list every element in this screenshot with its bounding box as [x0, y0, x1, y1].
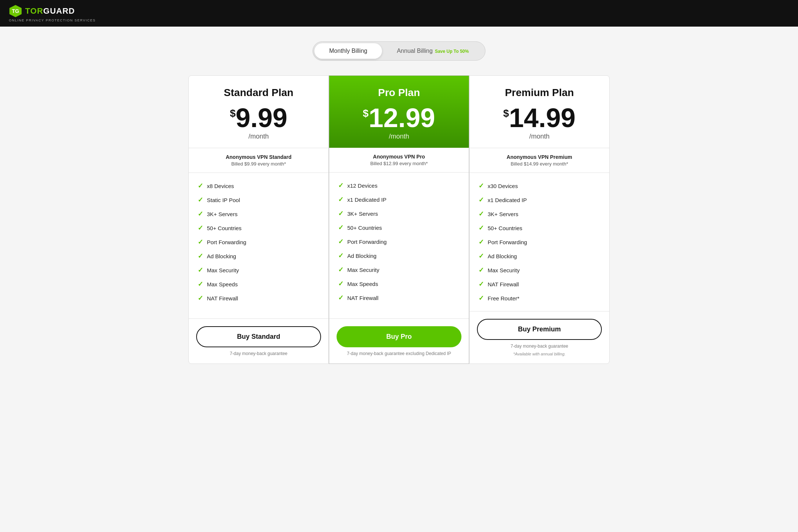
premium-plan-header: Premium Plan $ 14.99 /month: [470, 76, 609, 148]
check-icon: ✓: [338, 224, 344, 232]
standard-price: 9.99: [236, 105, 287, 131]
feature-text: NAT Firewall: [207, 295, 238, 301]
pro-guarantee: 7-day money-back guarantee excluding Ded…: [337, 351, 461, 356]
list-item: ✓NAT Firewall: [478, 277, 600, 291]
feature-text: NAT Firewall: [488, 281, 519, 287]
logo-tor: TOR: [25, 6, 43, 16]
check-icon: ✓: [338, 238, 344, 246]
list-item: ✓x12 Devices: [338, 178, 460, 192]
buy-premium-button[interactable]: Buy Premium: [477, 319, 602, 340]
check-icon: ✓: [338, 252, 344, 260]
list-item: ✓Free Router*: [478, 291, 600, 305]
list-item: ✓50+ Countries: [338, 221, 460, 235]
check-icon: ✓: [198, 280, 203, 288]
premium-price: 14.99: [509, 105, 576, 131]
feature-text: x1 Dedicated IP: [488, 197, 527, 203]
list-item: ✓x1 Dedicated IP: [338, 192, 460, 207]
feature-text: Max Speeds: [347, 281, 378, 287]
toggle-wrapper: Monthly Billing Annual BillingSave Up To…: [313, 41, 485, 61]
feature-text: x30 Devices: [488, 183, 518, 189]
standard-price-container: $ 9.99: [196, 105, 321, 131]
premium-annual-note: *Available with annual billing.: [477, 352, 602, 356]
annual-billing-label: Annual Billing: [397, 48, 433, 54]
feature-text: x12 Devices: [347, 183, 378, 189]
premium-guarantee: 7-day money-back guarantee: [477, 344, 602, 349]
list-item: ✓3K+ Servers: [478, 207, 600, 221]
feature-text: Max Security: [347, 267, 379, 273]
standard-guarantee: 7-day money-back guarantee: [196, 351, 321, 356]
check-icon: ✓: [198, 266, 203, 274]
standard-features-list: ✓x8 Devices ✓Static IP Pool ✓3K+ Servers…: [189, 173, 328, 318]
feature-text: Port Forwarding: [207, 239, 246, 245]
pro-features-list: ✓x12 Devices ✓x1 Dedicated IP ✓3K+ Serve…: [329, 173, 469, 318]
save-badge: Save Up To 50%: [435, 49, 469, 54]
list-item: ✓Static IP Pool: [198, 193, 320, 207]
feature-text: Max Speeds: [207, 281, 238, 287]
feature-text: NAT Firewall: [347, 295, 378, 301]
check-icon: ✓: [478, 210, 484, 218]
feature-text: x8 Devices: [207, 183, 234, 189]
list-item: ✓Max Security: [198, 263, 320, 277]
check-icon: ✓: [338, 266, 344, 274]
pro-currency: $: [363, 108, 369, 119]
list-item: ✓Max Security: [478, 263, 600, 277]
premium-currency: $: [503, 108, 509, 119]
feature-text: Ad Blocking: [347, 253, 376, 259]
feature-text: Ad Blocking: [207, 253, 236, 259]
check-icon: ✓: [198, 182, 203, 190]
check-icon: ✓: [338, 294, 344, 302]
check-icon: ✓: [198, 224, 203, 232]
standard-info-name: Anonymous VPN Standard: [196, 154, 321, 160]
feature-text: 50+ Countries: [207, 225, 242, 231]
feature-text: Port Forwarding: [488, 239, 527, 245]
feature-text: 3K+ Servers: [207, 211, 238, 217]
feature-text: 3K+ Servers: [347, 211, 378, 217]
premium-features-list: ✓x30 Devices ✓x1 Dedicated IP ✓3K+ Serve…: [470, 173, 609, 311]
list-item: ✓Max Security: [338, 263, 460, 277]
svg-text:TG: TG: [12, 8, 19, 14]
check-icon: ✓: [478, 182, 484, 190]
list-item: ✓50+ Countries: [478, 221, 600, 235]
check-icon: ✓: [338, 181, 344, 190]
list-item: ✓Ad Blocking: [338, 249, 460, 263]
logo: TG TORGUARD ONLINE PRIVACY PROTECTION SE…: [9, 4, 96, 22]
list-item: ✓x8 Devices: [198, 179, 320, 193]
header: TG TORGUARD ONLINE PRIVACY PROTECTION SE…: [0, 0, 798, 27]
list-item: ✓NAT Firewall: [338, 291, 460, 305]
pro-plan-header: Pro Plan $ 12.99 /month: [329, 76, 469, 148]
plans-container: Standard Plan $ 9.99 /month Anonymous VP…: [185, 75, 613, 364]
premium-plan-card: Premium Plan $ 14.99 /month Anonymous VP…: [469, 75, 610, 364]
annual-billing-button[interactable]: Annual BillingSave Up To 50%: [382, 43, 484, 59]
standard-plan-card: Standard Plan $ 9.99 /month Anonymous VP…: [188, 75, 329, 364]
pro-plan-card: Pro Plan $ 12.99 /month Anonymous VPN Pr…: [329, 75, 469, 364]
feature-text: Free Router*: [488, 295, 519, 301]
check-icon: ✓: [478, 280, 484, 288]
premium-plan-footer: Buy Premium 7-day money-back guarantee *…: [470, 311, 609, 364]
standard-plan-header: Standard Plan $ 9.99 /month: [189, 76, 328, 148]
premium-price-container: $ 14.99: [477, 105, 602, 131]
logo-subtitle: ONLINE PRIVACY PROTECTION SERVICES: [9, 18, 96, 22]
premium-plan-name: Premium Plan: [477, 87, 602, 99]
standard-per-month: /month: [196, 133, 321, 140]
list-item: ✓Ad Blocking: [198, 249, 320, 263]
list-item: ✓Max Speeds: [198, 277, 320, 291]
standard-plan-name: Standard Plan: [196, 87, 321, 99]
check-icon: ✓: [478, 238, 484, 246]
pro-info-name: Anonymous VPN Pro: [337, 154, 461, 160]
list-item: ✓x1 Dedicated IP: [478, 193, 600, 207]
buy-standard-button[interactable]: Buy Standard: [196, 326, 321, 347]
list-item: ✓50+ Countries: [198, 221, 320, 235]
check-icon: ✓: [198, 238, 203, 246]
check-icon: ✓: [338, 280, 344, 288]
buy-pro-button[interactable]: Buy Pro: [337, 326, 461, 347]
main-content: Monthly Billing Annual BillingSave Up To…: [177, 27, 621, 379]
check-icon: ✓: [198, 252, 203, 260]
monthly-billing-button[interactable]: Monthly Billing: [314, 43, 382, 59]
check-icon: ✓: [198, 210, 203, 218]
list-item: ✓Port Forwarding: [198, 235, 320, 249]
feature-text: Static IP Pool: [207, 197, 240, 203]
pro-info-billing: Billed $12.99 every month*: [337, 161, 461, 166]
check-icon: ✓: [338, 209, 344, 218]
premium-plan-info: Anonymous VPN Premium Billed $14.99 ever…: [470, 148, 609, 173]
list-item: ✓3K+ Servers: [338, 207, 460, 221]
